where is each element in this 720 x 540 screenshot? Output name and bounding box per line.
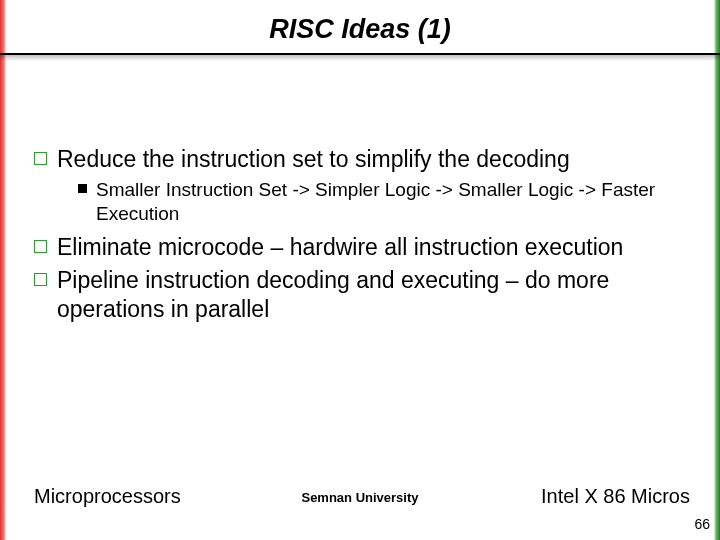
bullet-text: Eliminate microcode – hardwire all instr…	[57, 233, 623, 262]
slide-border-right	[714, 0, 720, 540]
title-shadow	[0, 55, 720, 61]
bullet-text: Reduce the instruction set to simplify t…	[57, 145, 570, 174]
slide-border-left	[0, 0, 6, 540]
bullet-item-1: Reduce the instruction set to simplify t…	[34, 145, 682, 174]
sub-bullet-text: Smaller Instruction Set -> Simpler Logic…	[96, 178, 682, 226]
page-number: 66	[694, 516, 710, 532]
bullet-text: Pipeline instruction decoding and execut…	[57, 266, 682, 324]
bullet-item-3: Pipeline instruction decoding and execut…	[34, 266, 682, 324]
bullet-item-2: Eliminate microcode – hardwire all instr…	[34, 233, 682, 262]
slide-body: Reduce the instruction set to simplify t…	[34, 145, 682, 328]
hollow-square-bullet-icon	[34, 240, 47, 253]
sub-bullet-item-1: Smaller Instruction Set -> Simpler Logic…	[78, 178, 682, 226]
slide-title: RISC Ideas (1)	[0, 14, 720, 45]
hollow-square-bullet-icon	[34, 152, 47, 165]
filled-square-bullet-icon	[78, 184, 87, 193]
footer-right: Intel X 86 Micros	[541, 485, 690, 508]
hollow-square-bullet-icon	[34, 273, 47, 286]
